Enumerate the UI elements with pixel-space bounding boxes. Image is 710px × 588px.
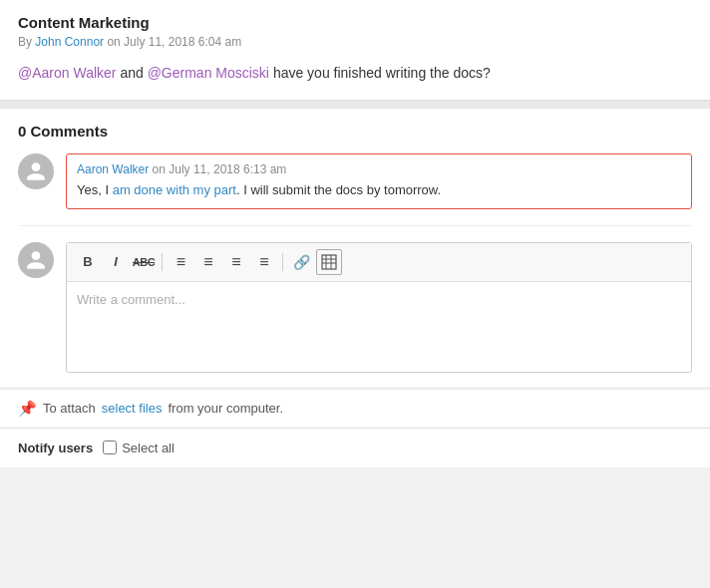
post-title: Content Marketing — [18, 14, 692, 31]
bold-button[interactable]: B — [75, 249, 101, 275]
mention-german: @German Mosciski — [148, 65, 269, 81]
comment-input[interactable]: Write a comment... — [67, 282, 691, 372]
comments-section: 0 Comments Aaron Walker on July 11, 2018… — [0, 109, 710, 387]
toolbar-separator-1 — [162, 253, 163, 271]
paperclip-icon: 📌 — [18, 400, 37, 418]
post-meta-prefix: By — [18, 35, 35, 49]
comment-content-highlighted: Aaron Walker on July 11, 2018 6:13 am Ye… — [66, 153, 692, 209]
editor-toolbar: B I ABC ≡ ≡ ≡ ≡ 🔗 — [67, 243, 691, 282]
mention-aaron: @Aaron Walker — [18, 65, 117, 81]
user-icon-new — [25, 249, 47, 271]
comment-text: Yes, I am done with my part. I will subm… — [77, 180, 681, 200]
page-wrapper: Content Marketing By John Connor on July… — [0, 0, 710, 588]
comment-date: on July 11, 2018 6:13 am — [153, 162, 287, 176]
align-justify-button[interactable]: ≡ — [251, 249, 277, 275]
comment-text-highlight: am done with my part — [113, 182, 236, 197]
post-body-and: and — [120, 65, 147, 81]
notify-checkbox-wrapper: Select all — [103, 441, 175, 455]
section-divider — [0, 101, 710, 109]
comment-text-rest: . I will submit the docs by tomorrow. — [236, 182, 441, 197]
user-icon — [25, 160, 47, 182]
post-author-link[interactable]: John Connor — [35, 35, 104, 49]
align-left-button[interactable]: ≡ — [168, 249, 193, 275]
select-all-checkbox[interactable] — [103, 441, 117, 454]
new-comment-avatar — [18, 242, 54, 278]
attach-select-link[interactable]: select files — [102, 401, 163, 416]
post-meta-suffix: on July 11, 2018 6:04 am — [104, 35, 241, 49]
post-body: @Aaron Walker and @German Mosciski have … — [18, 63, 692, 84]
comment-text-yes: Yes, I — [77, 182, 113, 197]
notify-section: Notify users Select all — [0, 428, 710, 467]
notify-label: Notify users — [18, 441, 93, 455]
new-comment-row: B I ABC ≡ ≡ ≡ ≡ 🔗 — [18, 242, 692, 373]
comment-item: Aaron Walker on July 11, 2018 6:13 am Ye… — [18, 153, 692, 226]
attach-text-before: To attach — [43, 401, 96, 416]
attach-section: 📌 To attach select files from your compu… — [0, 389, 710, 428]
comment-author-link[interactable]: Aaron Walker — [77, 162, 149, 176]
post-body-text: have you finished writing the docs? — [273, 65, 491, 81]
comment-author-line: Aaron Walker on July 11, 2018 6:13 am — [77, 162, 681, 176]
table-icon — [321, 254, 337, 270]
table-button[interactable] — [316, 249, 342, 275]
post-meta: By John Connor on July 11, 2018 6:04 am — [18, 35, 692, 49]
post-section: Content Marketing By John Connor on July… — [0, 0, 710, 101]
italic-button[interactable]: I — [103, 249, 129, 275]
toolbar-separator-2 — [282, 253, 283, 271]
comment-editor: B I ABC ≡ ≡ ≡ ≡ 🔗 — [66, 242, 692, 373]
comments-heading: 0 Comments — [18, 123, 692, 140]
link-button[interactable]: 🔗 — [288, 249, 314, 275]
strikethrough-button[interactable]: ABC — [131, 249, 157, 275]
align-right-button[interactable]: ≡ — [223, 249, 249, 275]
comment-avatar — [18, 153, 54, 189]
select-all-label: Select all — [122, 441, 175, 455]
svg-rect-0 — [322, 255, 336, 269]
align-center-button[interactable]: ≡ — [195, 249, 221, 275]
attach-text-after: from your computer. — [168, 401, 283, 416]
